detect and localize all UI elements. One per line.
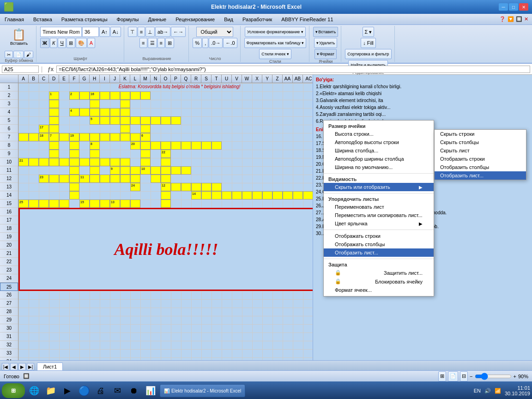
col-a[interactable]: A	[18, 75, 29, 83]
col-aa[interactable]: AA	[283, 75, 293, 83]
xword-cell[interactable]	[90, 200, 100, 208]
sum-button[interactable]: Σ ▾	[363, 27, 375, 37]
xword-cell[interactable]	[100, 200, 110, 208]
row-2[interactable]: 2	[0, 91, 18, 100]
xword-cell[interactable]	[49, 150, 59, 158]
network-icon[interactable]: 📶	[495, 388, 501, 394]
xword-cell[interactable]	[171, 141, 181, 150]
row-12[interactable]: 12	[0, 175, 18, 183]
xword-cell[interactable]	[49, 108, 59, 116]
clock[interactable]: 11:01 30.10.2019	[505, 385, 530, 396]
xword-cell[interactable]	[120, 133, 130, 141]
row-31[interactable]: 31	[0, 332, 18, 341]
xword-cell[interactable]	[79, 133, 90, 141]
show-sheet-item[interactable]: Отобразить лист...	[324, 248, 434, 257]
xword-cell[interactable]	[161, 166, 171, 175]
col-c[interactable]: C	[39, 75, 49, 83]
row-28[interactable]: 28	[0, 308, 18, 316]
xword-cell[interactable]	[120, 108, 130, 116]
taskbar-icon-mail[interactable]: ✉	[110, 383, 125, 398]
xword-cell[interactable]	[130, 166, 140, 175]
align-middle-button[interactable]: ≡	[138, 27, 145, 37]
xword-cell[interactable]	[242, 191, 252, 200]
xword-cell[interactable]: 23	[39, 175, 49, 183]
align-top-button[interactable]: ⊤	[128, 27, 137, 37]
xword-cell[interactable]	[201, 183, 212, 191]
xword-cell[interactable]: 19	[69, 133, 79, 141]
xword-cell[interactable]	[69, 158, 79, 166]
xword-cell[interactable]: 12	[161, 183, 171, 191]
xword-cell[interactable]	[181, 183, 191, 191]
default-width-item[interactable]: Ширина по умолчанию...	[324, 163, 434, 171]
xword-cell[interactable]	[120, 100, 130, 108]
underline-button[interactable]: Ч	[58, 38, 66, 48]
close-button[interactable]: ✕	[519, 3, 528, 11]
align-center-button[interactable]: ☰	[148, 38, 157, 48]
normal-view-button[interactable]: ⊞	[438, 371, 446, 381]
font-name-input[interactable]	[40, 27, 82, 37]
menu-item-view[interactable]: Вид	[219, 14, 238, 24]
language-indicator[interactable]: EN	[474, 388, 481, 393]
xword-cell[interactable]	[201, 191, 212, 200]
col-t[interactable]: T	[212, 75, 222, 83]
border-button[interactable]: ⊞	[66, 38, 75, 48]
col-n[interactable]: N	[151, 75, 161, 83]
xword-cell[interactable]	[140, 125, 151, 133]
function-icon[interactable]: ƒx	[46, 66, 55, 73]
format-as-table-button[interactable]: Форматировать как таблицу ▾	[244, 38, 307, 48]
row-13[interactable]: 13	[0, 183, 18, 191]
menu-item-data[interactable]: Данные	[143, 14, 171, 24]
italic-button[interactable]: К	[50, 38, 57, 48]
xword-cell[interactable]: 22	[161, 150, 171, 158]
xword-cell[interactable]: 24	[130, 183, 140, 191]
sound-icon[interactable]: 🔊	[484, 388, 491, 394]
row-23[interactable]: 23	[0, 266, 18, 274]
row-1[interactable]: 1	[0, 83, 18, 91]
hide-cols-sub[interactable]: Скрыть столбцы	[435, 138, 526, 146]
xword-cell[interactable]	[18, 133, 29, 141]
menu-item-abbyy[interactable]: ABBYY FineReader 11	[277, 14, 338, 24]
menu-item-review[interactable]: Рецензирование	[171, 14, 219, 24]
show-cols-item[interactable]: Отображать столбцы	[324, 240, 434, 248]
row-9[interactable]: 9	[0, 150, 18, 158]
row-26[interactable]: 26	[0, 291, 18, 299]
col-z[interactable]: Z	[272, 75, 283, 83]
sheet-tab-lист1[interactable]: Лист1	[37, 363, 63, 370]
xword-cell[interactable]	[191, 141, 201, 150]
col-e[interactable]: E	[59, 75, 69, 83]
xword-cell[interactable]	[140, 141, 151, 150]
row-7[interactable]: 7	[0, 133, 18, 141]
col-q[interactable]: Q	[181, 75, 191, 83]
xword-cell[interactable]	[49, 175, 59, 183]
col-x[interactable]: X	[252, 75, 262, 83]
number-format-select[interactable]: Общий	[196, 27, 233, 37]
col-v[interactable]: V	[232, 75, 242, 83]
taskbar-icon-media[interactable]: ▶	[60, 383, 75, 398]
cells-area[interactable]: Eslatma: Krosvordda tutq belgisi o'rnida…	[18, 83, 313, 360]
xword-cell[interactable]	[120, 158, 130, 166]
show-cols-sub[interactable]: Отобразить столбцы	[435, 163, 526, 171]
xword-cell[interactable]	[110, 108, 120, 116]
xword-cell[interactable]	[79, 158, 90, 166]
xword-cell[interactable]	[130, 200, 140, 208]
xword-cell[interactable]	[110, 133, 120, 141]
row-27[interactable]: 27	[0, 299, 18, 308]
xword-cell[interactable]: 7	[49, 133, 59, 141]
xword-cell[interactable]	[130, 133, 140, 141]
row-5[interactable]: 5	[0, 116, 18, 125]
xword-cell[interactable]	[130, 116, 140, 125]
xword-cell[interactable]	[69, 191, 79, 200]
xword-cell[interactable]	[69, 166, 79, 175]
xword-cell[interactable]	[171, 183, 181, 191]
xword-cell[interactable]	[130, 175, 140, 183]
xword-cell[interactable]	[49, 125, 59, 133]
page-break-button[interactable]: ⊟	[460, 371, 468, 381]
minimize-ribbon-icon[interactable]: 🔽	[508, 16, 514, 22]
lock-cell-item[interactable]: 🔒 Блокировать ячейку	[324, 277, 434, 286]
xword-cell[interactable]	[140, 116, 151, 125]
row-32[interactable]: 32	[0, 341, 18, 349]
tab-prev-button[interactable]: ◀	[10, 363, 18, 370]
xword-cell[interactable]	[90, 150, 100, 158]
xword-cell[interactable]	[293, 191, 303, 200]
xword-cell[interactable]	[232, 191, 242, 200]
